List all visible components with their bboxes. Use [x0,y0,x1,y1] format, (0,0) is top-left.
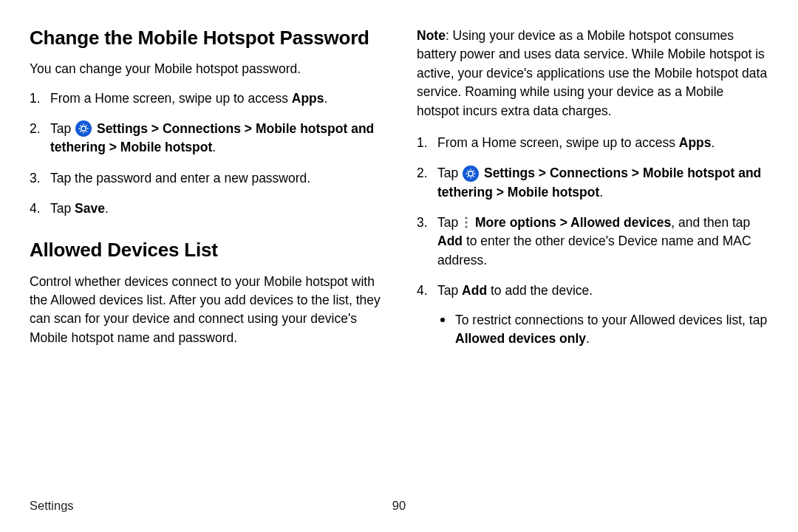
chevron: > [535,166,550,180]
chevron: > [493,185,508,200]
save-bold: Save [75,201,105,216]
step-2: Tap Settings > Connections > Mobile hots… [417,164,768,202]
add-bold: Add [437,233,463,248]
more-options-bold: More options [475,215,556,230]
text: . [324,91,328,106]
connections-bold: Connections [163,121,241,136]
step-3: Tap the password and enter a new passwor… [30,169,381,188]
chevron: > [148,121,163,136]
text: From a Home screen, swipe up to access [50,91,292,106]
page-footer: Settings 90 [30,499,768,513]
step-2: Tap Settings > Connections > Mobile hots… [30,120,381,157]
apps-bold: Apps [292,91,324,106]
step-1: From a Home screen, swipe up to access A… [30,89,381,108]
add-bold: Add [462,283,487,298]
apps-bold: Apps [679,135,712,150]
settings-bold: Settings [97,121,148,136]
note-paragraph: Note: Using your device as a Mobile hots… [417,27,768,120]
svg-point-4 [465,217,467,219]
svg-point-5 [465,222,467,224]
heading-allowed-devices: Allowed Devices List [30,239,381,262]
sub-bullets: To restrict connections to your Allowed … [437,311,768,349]
step-3: Tap More options > Allowed devices, and … [417,214,768,270]
text: To restrict connections to your Allowed … [455,313,767,327]
text: to enter the other device's Device name … [437,233,751,267]
chevron: > [106,140,120,154]
text: From a Home screen, swipe up to access [437,135,679,150]
text: . [105,201,109,216]
footer-section: Settings [30,499,74,513]
text: Tap [437,283,462,298]
step-4: Tap Save. [30,200,381,218]
text: , and then tap [671,215,750,230]
text: . [212,140,216,154]
settings-icon [463,166,479,182]
intro-allowed-devices: Control whether devices connect to your … [30,273,381,348]
steps-allowed-devices: From a Home screen, swipe up to access A… [417,134,768,348]
connections-bold: Connections [550,166,628,180]
text: to add the device. [487,283,593,298]
mobile-hotspot-bold: Mobile hotspot [120,140,212,154]
text: Tap [50,201,75,216]
text: . [599,185,603,200]
intro-change-password: You can change your Mobile hotspot passw… [30,60,381,78]
chevron: > [556,215,570,230]
text: . [712,135,715,150]
step-1: From a Home screen, swipe up to access A… [417,134,768,152]
text: . [586,331,590,346]
note-text: : Using your device as a Mobile hotspot … [417,28,767,118]
heading-change-password: Change the Mobile Hotspot Password [30,27,381,50]
allowed-devices-bold: Allowed devices [570,215,671,230]
left-column: Change the Mobile Hotspot Password You c… [30,27,381,360]
svg-point-2 [463,166,479,182]
text: Tap [437,215,462,230]
allowed-only-bold: Allowed devices only [455,331,586,346]
settings-bold: Settings [484,166,535,180]
settings-icon [75,120,92,137]
bullet-1: To restrict connections to your Allowed … [437,311,768,349]
footer-page-number: 90 [392,499,406,513]
more-options-icon [463,215,470,230]
note-label: Note [417,28,446,43]
chevron: > [241,121,256,136]
right-column: Note: Using your device as a Mobile hots… [417,27,768,360]
svg-point-6 [465,226,467,228]
text: Tap [437,166,462,180]
text: Tap [50,121,75,136]
chevron: > [628,166,643,180]
page-columns: Change the Mobile Hotspot Password You c… [30,27,768,360]
step-4: Tap Add to add the device. To restrict c… [417,282,768,348]
mobile-hotspot-bold: Mobile hotspot [508,185,599,200]
steps-change-password: From a Home screen, swipe up to access A… [30,89,381,219]
svg-point-0 [75,120,92,137]
